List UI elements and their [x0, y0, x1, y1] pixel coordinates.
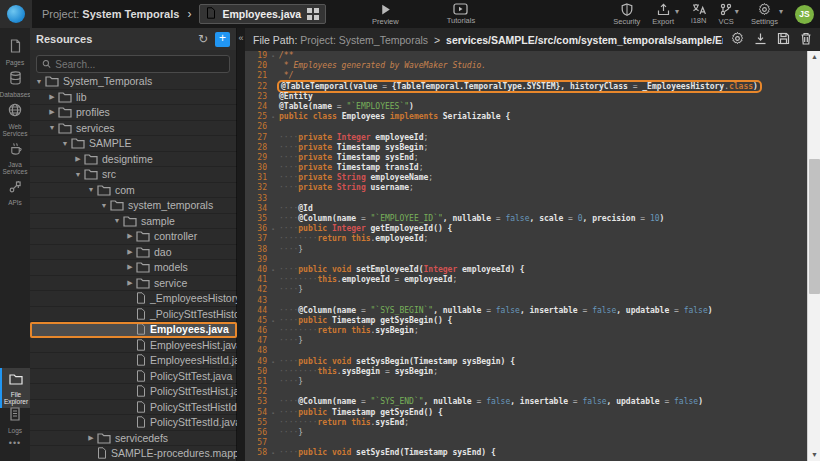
download-button[interactable] — [754, 31, 767, 49]
code-line[interactable]: 41········this.employeeId = employeeId; — [245, 275, 807, 285]
settings-button[interactable]: Settings — [751, 3, 778, 26]
code-line[interactable]: 53····@Column(name = "`SYS_END`", nullab… — [245, 397, 807, 407]
code-line[interactable]: 32····private String username; — [245, 183, 807, 193]
chevron-right-icon[interactable]: ▶ — [125, 248, 135, 256]
scroll-up-icon[interactable]: ▲ — [808, 51, 820, 63]
chevron-down-icon[interactable]: ▼ — [73, 171, 83, 178]
tree-folder-com[interactable]: ▼com — [30, 183, 237, 199]
chevron-down-icon[interactable]: ▼ — [99, 202, 109, 209]
chevron-down-icon[interactable]: ▼ — [112, 217, 122, 224]
tutorials-button[interactable]: Tutorials — [447, 3, 475, 25]
fold-icon[interactable]: - — [267, 224, 279, 234]
search-input[interactable] — [55, 59, 224, 70]
security-button[interactable]: Security — [613, 3, 640, 26]
code-line[interactable]: 44····@Column(name = "`SYS_BEGIN`", null… — [245, 306, 807, 316]
code-line[interactable]: 47····} — [245, 336, 807, 346]
i18n-button[interactable]: i18N — [691, 3, 706, 25]
rail-item-java-services[interactable]: Java Services — [0, 138, 30, 178]
user-avatar[interactable]: JS — [795, 5, 814, 24]
code-line[interactable]: 37········return this.employeeId; — [245, 234, 807, 244]
code-line[interactable]: 48 — [245, 346, 807, 356]
fold-icon[interactable]: - — [267, 112, 279, 122]
rail-item-pages[interactable]: Pages — [0, 36, 30, 69]
code-line[interactable]: 55········return this.sysEnd; — [245, 418, 807, 428]
tree-file-_PolicySttTestHistory.java[interactable]: _PolicySttTestHistory.java — [30, 307, 237, 323]
tree-file-Employees.java[interactable]: Employees.java — [30, 322, 237, 338]
scrollbar-thumb[interactable] — [809, 159, 820, 294]
export-button[interactable]: Export — [652, 3, 674, 26]
code-line[interactable]: 39 — [245, 255, 807, 265]
code-line[interactable]: 31····private String employeeName; — [245, 173, 807, 183]
code-line[interactable]: 58-····public void setSysEnd(Timestamp s… — [245, 448, 807, 458]
scroll-down-icon[interactable]: ▼ — [808, 449, 820, 461]
tree-file-EmployeesHistId.java[interactable]: EmployeesHistId.java — [30, 353, 237, 369]
tree-file-PolicySttTestHistId.java[interactable]: PolicySttTestHistId.java — [30, 400, 237, 416]
fold-icon[interactable]: - — [267, 265, 279, 275]
tree-folder-models[interactable]: ▶models — [30, 260, 237, 276]
code-line-highlighted[interactable]: 22@TableTemporal(value = {TableTemporal.… — [245, 82, 807, 92]
code-line[interactable]: 26 — [245, 122, 807, 132]
code-line[interactable]: 24@Table(name = "`EMPLOYEES`") — [245, 102, 807, 112]
chevron-right-icon[interactable]: ▶ — [73, 155, 83, 163]
tree-folder-lib[interactable]: ▶lib — [30, 90, 237, 106]
tree-file-PolicySttTestHist.java[interactable]: PolicySttTestHist.java — [30, 384, 237, 400]
chevron-right-icon[interactable]: ▶ — [125, 279, 135, 287]
code-line[interactable]: 25-public class Employees implements Ser… — [245, 112, 807, 122]
delete-button[interactable] — [800, 31, 812, 49]
code-line[interactable]: 23@Entity — [245, 92, 807, 102]
tree-folder-system_temporals[interactable]: ▼system_temporals — [30, 198, 237, 214]
chevron-right-icon[interactable]: ▶ — [86, 434, 96, 442]
code-line[interactable]: 27····private Integer employeeId; — [245, 133, 807, 143]
chevron-right-icon[interactable]: ▶ — [47, 93, 57, 101]
tree-folder-designtime[interactable]: ▶designtime — [30, 152, 237, 168]
rail-item-file-explorer[interactable]: File Explorer — [0, 368, 30, 408]
code-line[interactable]: 50········this.sysBegin = sysBegin; — [245, 367, 807, 377]
open-file-tab[interactable]: Employees.java — [199, 4, 325, 24]
code-line[interactable]: 56····} — [245, 428, 807, 438]
code-line[interactable]: 35····@Column(name = "`EMPLOYEE_ID`", nu… — [245, 214, 807, 224]
vertical-scrollbar[interactable]: ▲ ▼ — [807, 51, 820, 461]
code-line[interactable]: 45-····public Timestamp getSysBegin() { — [245, 316, 807, 326]
code-line[interactable]: 54-····public Timestamp getSysEnd() { — [245, 408, 807, 418]
save-button[interactable] — [777, 31, 790, 49]
tree-file-_EmployeesHistory.java[interactable]: _EmployeesHistory.java — [30, 291, 237, 307]
code-line[interactable]: 43 — [245, 296, 807, 306]
code-line[interactable]: 49-····public void setSysBegin(Timestamp… — [245, 357, 807, 367]
preview-button[interactable]: Preview — [372, 3, 399, 26]
tree-folder-servicedefs[interactable]: ▶servicedefs — [30, 431, 237, 447]
chevron-right-icon[interactable]: ▶ — [125, 232, 135, 240]
fold-icon[interactable]: - — [267, 51, 279, 61]
code-line[interactable]: 42····} — [245, 285, 807, 295]
tree-folder-dao[interactable]: ▶dao — [30, 245, 237, 261]
grid-icon[interactable] — [307, 8, 319, 20]
code-line[interactable]: 36-····public Integer getEmployeeId() { — [245, 224, 807, 234]
code-line[interactable]: 29····private Timestamp sysEnd; — [245, 153, 807, 163]
rail-more-button[interactable]: ••• — [0, 438, 30, 448]
rail-item-apis[interactable]: APIs — [0, 176, 30, 209]
collapse-panel-button[interactable]: « — [237, 31, 245, 45]
tree-folder-profiles[interactable]: ▶profiles — [30, 105, 237, 121]
rail-item-databases[interactable]: Databases — [0, 68, 30, 101]
code-line[interactable]: 52 — [245, 387, 807, 397]
chevron-down-icon[interactable]: ▼ — [86, 186, 96, 193]
chevron-right-icon[interactable]: ▶ — [47, 108, 57, 116]
chevron-right-icon[interactable]: ▶ — [125, 263, 135, 271]
chevron-down-icon[interactable]: ▼ — [47, 124, 57, 131]
settings-button[interactable] — [731, 31, 744, 49]
rail-item-logs[interactable]: Logs — [0, 404, 30, 437]
code-line[interactable]: 20 * Employees generated by WaveMaker St… — [245, 61, 807, 71]
tree-folder-System_Temporals[interactable]: ▼System_Temporals — [30, 74, 237, 90]
tree-file-EmployeesHist.java[interactable]: EmployeesHist.java — [30, 338, 237, 354]
vcs-button[interactable]: VCS — [718, 3, 733, 26]
rail-item-web-services[interactable]: Web Services — [0, 100, 30, 140]
tree-file-PolicySttTestId.java[interactable]: PolicySttTestId.java — [30, 415, 237, 431]
code-line[interactable]: 30····private Timestamp transId; — [245, 163, 807, 173]
chevron-down-icon[interactable]: ▼ — [34, 78, 44, 85]
code-line[interactable]: 34····@Id — [245, 204, 807, 214]
tree-folder-src[interactable]: ▼src — [30, 167, 237, 183]
tree-file-SAMPLE-procedures.mappings.json[interactable]: SAMPLE-procedures.mappings.json — [30, 446, 237, 461]
code-line[interactable]: 46········return this.sysBegin; — [245, 326, 807, 336]
fold-icon[interactable]: - — [267, 448, 279, 458]
tree-folder-sample[interactable]: ▼sample — [30, 214, 237, 230]
code-line[interactable]: 33 — [245, 194, 807, 204]
